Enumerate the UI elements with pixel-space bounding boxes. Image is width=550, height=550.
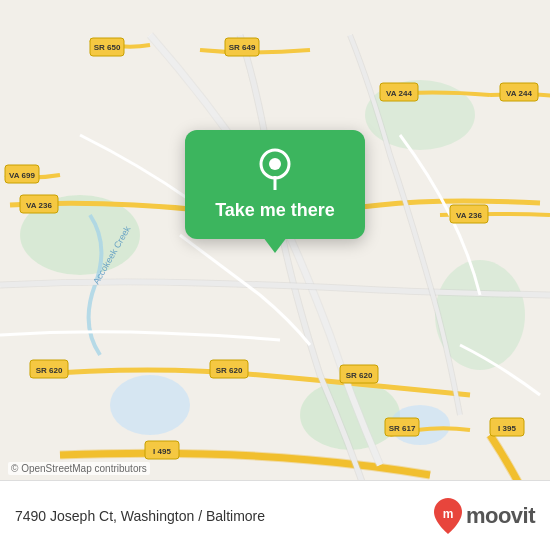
svg-text:I 495: I 495 xyxy=(153,447,171,456)
svg-text:VA 699: VA 699 xyxy=(9,171,35,180)
svg-text:VA 244: VA 244 xyxy=(386,89,412,98)
svg-text:VA 244: VA 244 xyxy=(506,89,532,98)
moovit-wordmark: moovit xyxy=(466,503,535,529)
svg-text:SR 620: SR 620 xyxy=(216,366,243,375)
svg-point-34 xyxy=(269,158,281,170)
popup-card[interactable]: Take me there xyxy=(185,130,365,239)
moovit-pin-icon: m xyxy=(434,498,462,534)
svg-text:I 395: I 395 xyxy=(498,424,516,433)
svg-text:m: m xyxy=(443,507,454,521)
svg-text:SR 649: SR 649 xyxy=(229,43,256,52)
bottom-bar: 7490 Joseph Ct, Washington / Baltimore m… xyxy=(0,480,550,550)
svg-text:SR 620: SR 620 xyxy=(346,371,373,380)
address-label: 7490 Joseph Ct, Washington / Baltimore xyxy=(15,508,265,524)
take-me-there-button[interactable]: Take me there xyxy=(215,200,335,221)
svg-text:SR 620: SR 620 xyxy=(36,366,63,375)
moovit-logo: m moovit xyxy=(434,498,535,534)
svg-text:VA 236: VA 236 xyxy=(26,201,52,210)
svg-text:SR 617: SR 617 xyxy=(389,424,416,433)
svg-text:VA 236: VA 236 xyxy=(456,211,482,220)
svg-point-4 xyxy=(110,375,190,435)
svg-text:SR 650: SR 650 xyxy=(94,43,121,52)
map-container: SR 650 SR 649 VA 699 VA 236 VA 244 VA 24… xyxy=(0,0,550,550)
location-pin-icon xyxy=(253,146,297,190)
map-attribution: © OpenStreetMap contributors xyxy=(8,462,150,475)
